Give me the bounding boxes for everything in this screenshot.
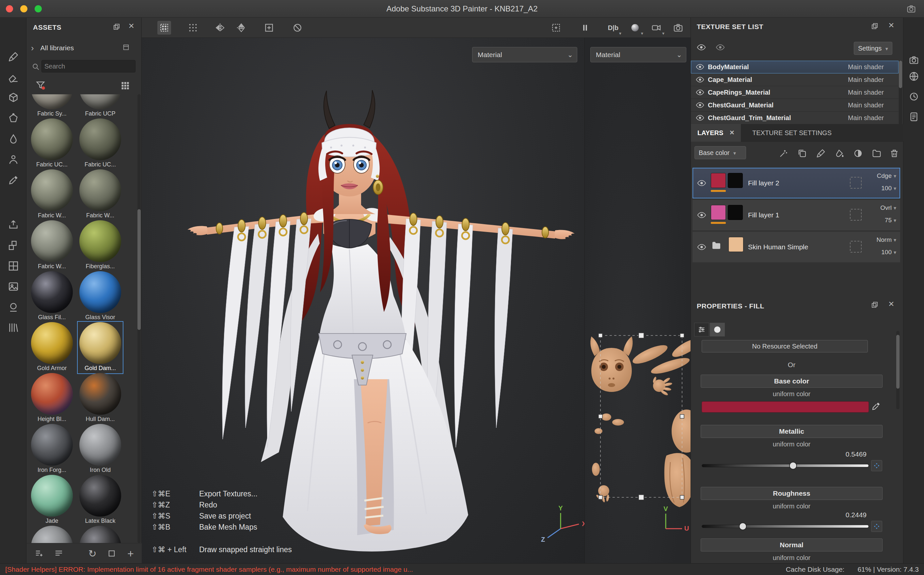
material-item[interactable]: Hull Dam... xyxy=(78,373,122,424)
metallic-mode-label[interactable]: uniform color xyxy=(701,440,883,448)
tiling-icon[interactable] xyxy=(186,21,200,35)
add-resource-icon[interactable]: + xyxy=(125,548,136,559)
metallic-slider[interactable] xyxy=(701,464,869,467)
close-panel-icon[interactable]: × xyxy=(128,22,134,30)
axis-gizmo-3d[interactable]: Y X Z xyxy=(538,506,584,548)
uv-islands[interactable] xyxy=(585,38,690,563)
normal-section-header[interactable]: Normal xyxy=(701,538,883,551)
layer-visibility-eye-icon[interactable] xyxy=(696,210,708,220)
layer-row[interactable]: Skin Human Simple Norm▾ 100▾ xyxy=(692,232,900,262)
material-thumbnail[interactable] xyxy=(31,118,73,160)
viewport-2d-uv[interactable]: V U xyxy=(584,38,690,563)
material-thumbnail[interactable] xyxy=(80,322,121,364)
display-mode-toggle-icon[interactable]: D|b▾ xyxy=(606,21,620,35)
material-item[interactable]: Fiberglas... xyxy=(78,220,122,271)
properties-scrollbar-track[interactable] xyxy=(896,331,900,409)
material-thumbnail[interactable] xyxy=(80,373,121,415)
assets-scrollbar-track[interactable] xyxy=(137,94,141,543)
frame-icon[interactable] xyxy=(106,548,117,559)
layer-mask-placeholder[interactable] xyxy=(850,209,862,221)
material-thumbnail[interactable] xyxy=(31,94,73,109)
material-item[interactable]: Fabric W... xyxy=(30,169,74,220)
base-color-section-header[interactable]: Base color xyxy=(701,375,883,388)
texture-set-row[interactable]: BodyMaterial Main shader xyxy=(691,61,899,73)
layer-opacity-select[interactable]: 100▾ xyxy=(881,249,896,256)
layer-row[interactable]: Fill layer 2 Cdge▾ 100▾ xyxy=(692,168,900,199)
material-item[interactable]: Gold Dam... xyxy=(78,322,122,373)
material-item[interactable]: Glass Visor xyxy=(78,271,122,322)
material-thumbnail[interactable] xyxy=(80,271,121,313)
material-thumbnail[interactable] xyxy=(80,424,121,466)
layer-opacity-select[interactable]: 100▾ xyxy=(881,185,896,192)
shader-label[interactable]: Main shader xyxy=(848,61,884,73)
tab-layers[interactable]: LAYERS × xyxy=(691,124,741,141)
material-item[interactable]: Iron Old xyxy=(78,424,122,475)
pause-engine-icon[interactable] xyxy=(578,21,592,35)
material-item[interactable]: Fabric Sy... xyxy=(30,94,74,118)
add-effect-wand-icon[interactable] xyxy=(778,148,789,159)
material-thumbnail[interactable] xyxy=(80,220,121,262)
layer-color-thumbnail[interactable] xyxy=(711,205,726,220)
add-to-list-icon[interactable] xyxy=(33,548,45,559)
shader-label[interactable]: Main shader xyxy=(848,73,884,86)
visibility-eye-icon[interactable] xyxy=(694,62,706,72)
log-icon[interactable] xyxy=(908,111,920,123)
material-item[interactable]: Fabric W... xyxy=(30,220,74,271)
material-thumbnail[interactable] xyxy=(80,526,121,543)
material-item[interactable]: Jade xyxy=(30,475,74,526)
material-item[interactable]: Latex Black xyxy=(78,475,122,526)
material-thumbnail[interactable] xyxy=(31,322,73,364)
layer-material-thumbnail[interactable] xyxy=(728,205,743,220)
material-thumbnail[interactable] xyxy=(80,475,121,516)
metallic-value[interactable]: 0.5469 xyxy=(846,450,867,458)
mirror-y-icon[interactable] xyxy=(234,21,248,35)
layer-row[interactable]: Fill layer 1 Ovrl▾ 75▾ xyxy=(692,200,900,230)
shader-label[interactable]: Main shader xyxy=(848,86,884,99)
eyedropper-icon[interactable] xyxy=(871,401,881,411)
texture-set-row[interactable]: CapeRings_Material Main shader xyxy=(691,86,899,99)
shader-label[interactable]: Main shader xyxy=(848,111,884,124)
polygon-fill-tool-icon[interactable] xyxy=(6,111,20,125)
add-paint-layer-icon[interactable] xyxy=(815,148,827,159)
layer-blend-mode-select[interactable]: Ovrl▾ xyxy=(880,204,896,211)
solo-eye-icon[interactable] xyxy=(714,43,726,52)
add-fill-layer-icon[interactable] xyxy=(833,148,845,159)
texture-set-row[interactable]: ChestGaurd_Trim_Material Main shader xyxy=(691,111,899,124)
visibility-eye-icon[interactable] xyxy=(694,113,706,123)
layer-material-thumbnail[interactable] xyxy=(728,173,743,188)
add-smart-mask-icon[interactable] xyxy=(852,148,864,159)
shelf-icon[interactable] xyxy=(6,321,20,335)
assets-scrollbar-thumb[interactable] xyxy=(137,209,141,330)
roughness-expression-button[interactable] xyxy=(871,521,882,532)
refresh-icon[interactable]: ↻ xyxy=(87,548,98,559)
trash-icon[interactable] xyxy=(888,148,900,159)
frame-selection-icon[interactable] xyxy=(549,21,563,35)
layer-color-thumbnail[interactable] xyxy=(711,173,726,188)
camera-icon[interactable] xyxy=(908,54,920,66)
material-thumbnail[interactable] xyxy=(31,475,73,516)
material-thumbnail[interactable] xyxy=(31,424,73,466)
popout-panel-icon[interactable] xyxy=(871,301,879,309)
add-layer-icon[interactable] xyxy=(796,148,808,159)
roughness-slider-knob[interactable] xyxy=(739,523,747,530)
image-resources-icon[interactable] xyxy=(6,280,20,293)
popout-panel-icon[interactable] xyxy=(871,22,879,30)
material-thumbnail[interactable] xyxy=(80,118,121,160)
roughness-mode-label[interactable]: uniform color xyxy=(701,502,883,510)
shader-label[interactable]: Main shader xyxy=(848,99,884,111)
settings-button[interactable]: Settings ▾ xyxy=(854,42,892,55)
render-mode-icon[interactable] xyxy=(6,300,20,314)
resource-select-button[interactable]: No Resource Selected xyxy=(701,340,868,353)
metallic-expression-button[interactable] xyxy=(871,460,882,471)
display-settings-icon[interactable] xyxy=(908,70,920,82)
display-mode-select-2d[interactable]: Material ⌄ xyxy=(590,47,686,62)
properties-scrollbar-thumb[interactable] xyxy=(896,335,900,389)
layer-mask-placeholder[interactable] xyxy=(850,177,862,189)
visibility-eye-icon[interactable] xyxy=(694,87,706,97)
material-item[interactable]: Iron Forg... xyxy=(30,424,74,475)
texture-set-row[interactable]: ChestGaurd_Material Main shader xyxy=(691,99,899,111)
uv-checker-icon[interactable] xyxy=(6,259,20,273)
projection-tool-icon[interactable] xyxy=(6,91,20,105)
metallic-slider-knob[interactable] xyxy=(789,462,797,470)
export-icon[interactable] xyxy=(6,218,20,232)
